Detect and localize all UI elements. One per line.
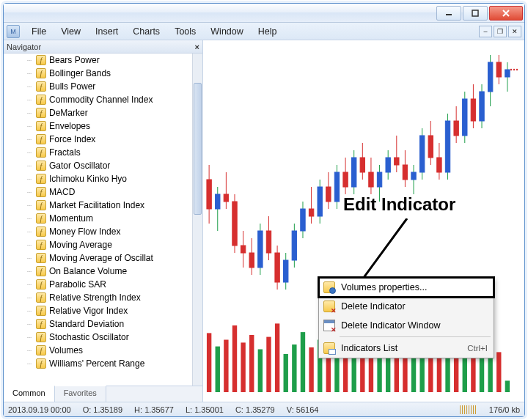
indicator-item[interactable]: ┈fBollinger Bands [4,67,192,80]
status-open: O: 1.35189 [83,405,122,414]
mdi-minimize-button[interactable]: – [479,26,492,37]
scrollbar-thumb[interactable] [194,83,202,215]
window-close-button[interactable] [489,6,523,21]
svg-rect-14 [258,231,263,268]
indicator-item[interactable]: ┈fFractals [4,146,192,159]
indicator-item[interactable]: ┈fMACD [4,185,192,199]
svg-rect-60 [454,121,458,136]
svg-rect-87 [301,332,305,392]
indicator-icon: f [36,345,46,355]
indicator-item[interactable]: ┈fIchimoku Kinko Hyo [4,172,192,185]
context-volumes-properties[interactable]: Volumes properties... [319,278,494,297]
menu-window[interactable]: Window [203,24,250,39]
indicator-icon: f [36,240,46,250]
svg-rect-82 [258,350,263,393]
indicator-item[interactable]: ┈fGator Oscillator [4,159,192,172]
indicator-item[interactable]: ┈fMoney Flow Index [4,225,192,238]
status-bar: 2013.09.19 00:00 O: 1.35189 H: 1.35677 L… [4,402,524,416]
menu-tools[interactable]: Tools [167,24,203,39]
indicator-item[interactable]: ┈fParabolic SAR [4,278,192,291]
menu-help[interactable]: Help [251,24,285,39]
indicator-item[interactable]: ┈fMarket Facilitation Index [4,199,192,212]
indicator-item[interactable]: ┈fDeMarker [4,106,192,119]
svg-rect-24 [301,209,305,231]
indicator-item[interactable]: ┈fStochastic Oscillator [4,331,192,344]
context-indicators-list[interactable]: Indicators ListCtrl+I [319,339,494,358]
svg-rect-42 [377,172,381,187]
indicator-icon: f [36,95,46,105]
menu-view[interactable]: View [54,24,88,39]
window-minimize-button[interactable] [436,6,461,21]
context-delete-indicator-window[interactable]: Delete Indicator Window [319,316,494,335]
indicator-item[interactable]: ┈fOn Balance Volume [4,265,192,278]
tab-common[interactable]: Common [4,386,55,402]
status-high: H: 1.35677 [134,405,174,414]
menu-insert[interactable]: Insert [88,24,125,39]
mdi-restore-button[interactable]: ❐ [494,26,507,37]
svg-rect-36 [352,158,356,187]
mdi-close-button[interactable]: ✕ [508,26,521,37]
indicator-icon: f [36,121,46,131]
indicator-icon: f [36,147,46,158]
indicator-icon: f [36,174,46,184]
indicator-item[interactable]: ┈fMoving Average [4,238,192,251]
navigator-header[interactable]: Navigator × [4,40,202,54]
indicator-item[interactable]: ┈fVolumes [4,344,192,357]
indicator-item[interactable]: ┈fMomentum [4,212,192,225]
properties-icon [323,281,335,293]
indicator-context-menu: Volumes properties...Delete IndicatorDel… [318,277,494,358]
svg-rect-22 [292,231,296,260]
indicator-label: On Balance Volume [49,266,127,276]
indicator-item[interactable]: ┈fBears Power [4,54,192,67]
navigator-scrollbar[interactable] [192,54,202,386]
indicator-item[interactable]: ┈fRelative Vigor Index [4,304,192,317]
indicator-label: Williams' Percent Range [49,358,144,369]
svg-rect-4 [216,194,220,209]
svg-rect-26 [309,209,313,216]
indicator-item[interactable]: ┈fForce Index [4,133,192,146]
indicator-label: Stochastic Oscillator [49,332,129,342]
svg-rect-77 [216,347,220,392]
menu-file[interactable]: File [24,24,54,39]
navigator-close-icon[interactable]: × [195,43,199,51]
indicator-label: Market Facilitation Index [49,200,144,210]
indicator-label: DeMarker [49,108,88,118]
indicator-icon: f [36,55,46,65]
window-titlebar[interactable] [4,4,524,23]
context-delete-indicator[interactable]: Delete Indicator [319,297,494,316]
tab-favorites[interactable]: Favorites [55,386,106,402]
window-maximize-button[interactable] [463,6,488,21]
svg-rect-86 [292,345,296,392]
indicator-label: Bulls Power [49,81,95,92]
svg-rect-62 [463,99,467,136]
menu-charts[interactable]: Charts [125,24,167,39]
indicator-label: Relative Strength Index [49,292,141,303]
indicator-icon: f [36,161,46,171]
delete-window-icon [323,320,335,331]
indicator-label: Parabolic SAR [49,279,106,290]
svg-rect-32 [334,172,339,202]
svg-rect-30 [326,187,331,202]
indicator-item[interactable]: ┈fStandard Deviation [4,317,192,331]
indicator-icon: f [36,213,46,224]
indicator-item[interactable]: ┈fRelative Strength Index [4,291,192,304]
status-volume: V: 56164 [287,405,319,414]
indicator-label: Fractals [49,147,81,158]
svg-rect-2 [207,180,211,209]
indicator-icon: f [36,292,46,303]
indicator-icon: f [36,68,46,78]
svg-rect-76 [207,333,211,392]
indicator-item[interactable]: ┈fCommodity Channel Index [4,93,192,106]
svg-rect-110 [496,352,501,392]
indicator-label: Standard Deviation [49,319,124,329]
indicator-item[interactable]: ┈fEnvelopes [4,119,192,133]
svg-rect-18 [275,253,279,282]
svg-rect-68 [488,62,492,92]
indicator-item[interactable]: ┈fBulls Power [4,80,192,93]
status-traffic: 176/0 kb [489,405,520,414]
indicator-icon: f [36,332,46,342]
indicator-item[interactable]: ┈fWilliams' Percent Range [4,357,192,370]
annotation-arrow [363,218,429,279]
indicator-icon: f [36,226,46,237]
indicator-item[interactable]: ┈fMoving Average of Oscillat [4,251,192,265]
